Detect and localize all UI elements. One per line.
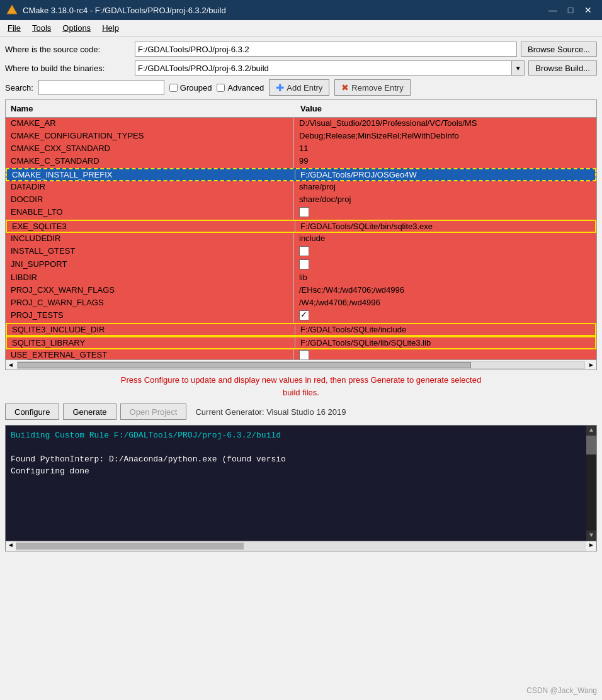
table-row[interactable]: CMAKE_C_STANDARD99 [6,155,596,168]
table-row[interactable]: CMAKE_INSTALL_PREFIXF:/GDALTools/PROJ/OS… [6,168,596,181]
menu-help[interactable]: Help [97,21,124,35]
table-cell-value: 11 [294,143,596,155]
table-cell-value: F:/GDALTools/SQLite/bin/sqlite3.exe [295,221,595,232]
name-column-header: Name [6,103,295,115]
table-scroll-area[interactable]: CMAKE_ARD:/Visual_Studio/2019/Profession… [6,118,596,359]
output-panel: Building Custom Rule F:/GDALTools/PROJ/p… [5,425,597,541]
menu-tools[interactable]: Tools [27,21,56,35]
table-row[interactable]: USE_EXTERNAL_GTEST [6,349,596,359]
table-cell-name: PROJ_C_WARN_FLAGS [6,297,294,310]
table-cell-value: D:/Visual_Studio/2019/Professional/VC/To… [294,118,596,130]
table-row[interactable]: SQLITE3_LIBRARYF:/GDALTools/SQLite/lib/S… [6,336,596,349]
table-checkbox[interactable] [299,350,309,359]
table-row[interactable]: DOCDIRshare/doc/proj [6,194,596,206]
minimize-button[interactable]: — [545,4,560,16]
table-cell-name: CMAKE_CONFIGURATION_TYPES [6,130,294,143]
table-checkbox[interactable] [299,259,309,269]
table-cell-name: JNI_SUPPORT [6,259,294,272]
output-vertical-scrollbar[interactable]: ▲ ▼ [586,426,596,541]
table-cell-name: PROJ_TESTS [6,310,294,323]
output-horizontal-scrollbar[interactable]: ◄ ► [5,541,597,551]
window-title: CMake 3.18.0-rc4 - F:/GDALTools/PROJ/pro… [23,6,226,15]
output-line-1: Building Custom Rule F:/GDALTools/PROJ/p… [11,431,581,440]
maximize-button[interactable]: □ [563,4,578,16]
add-entry-button[interactable]: ✚ Add Entry [269,79,329,96]
table-row[interactable]: CMAKE_ARD:/Visual_Studio/2019/Profession… [6,118,596,130]
table-row[interactable]: CMAKE_CONFIGURATION_TYPESDebug;Release;M… [6,130,596,143]
table-row[interactable]: PROJ_C_WARN_FLAGS/W4;/wd4706;/wd4996 [6,297,596,310]
remove-entry-button[interactable]: ✖ Remove Entry [334,79,410,96]
advanced-checkbox[interactable] [217,84,225,92]
table-cell-value [294,349,596,359]
table-row[interactable]: LIBDIRlib [6,272,596,285]
table-cell-value: Debug;Release;MinSizeRel;RelWithDebInfo [294,130,596,143]
output-line-3: Found PythonInterp: D:/Anaconda/python.e… [11,454,581,464]
main-content: Where is the source code: Browse Source.… [0,37,602,556]
table-checkbox[interactable] [299,246,309,256]
table-cell-value: 99 [294,155,596,168]
table-row[interactable]: INCLUDEDIRinclude [6,233,596,246]
value-column-header: Value [295,103,596,115]
table-row[interactable]: JNI_SUPPORT [6,259,596,272]
open-project-button[interactable]: Open Project [120,404,187,420]
browse-source-button[interactable]: Browse Source... [521,42,597,57]
advanced-checkbox-label[interactable]: Advanced [217,83,264,93]
horizontal-scrollbar[interactable]: ◄ ► [6,359,596,370]
watermark: CSDN @Jack_Wang [526,686,597,695]
generate-button[interactable]: Generate [63,404,116,420]
table-cell-name: CMAKE_CXX_STANDARD [6,143,294,155]
vscroll-down-arrow[interactable]: ▼ [586,531,596,541]
build-input-container: ▼ [135,60,525,76]
table-cell-value [294,259,596,272]
table-row[interactable]: PROJ_TESTS [6,310,596,323]
grouped-checkbox[interactable] [169,84,178,92]
output-hscroll-right[interactable]: ► [586,541,596,551]
output-hscroll-track[interactable] [16,541,586,551]
hscroll-track[interactable] [17,361,585,369]
output-hscroll-left[interactable]: ◄ [6,541,16,551]
table-row[interactable]: DATADIRshare/proj [6,181,596,194]
source-input[interactable] [135,42,517,57]
table-cell-value: F:/GDALTools/SQLite/include [295,324,595,335]
menu-file[interactable]: File [3,21,26,35]
source-row: Where is the source code: Browse Source.… [5,42,597,57]
menu-options[interactable]: Options [57,21,96,35]
table-row[interactable]: PROJ_CXX_WARN_FLAGS/EHsc;/W4;/wd4706;/wd… [6,285,596,297]
search-input[interactable] [38,80,164,95]
build-dropdown-arrow[interactable]: ▼ [511,61,524,75]
hscroll-thumb[interactable] [18,362,471,368]
table-row[interactable]: EXE_SQLITE3F:/GDALTools/SQLite/bin/sqlit… [6,220,596,233]
source-label: Where is the source code: [5,45,131,54]
vscroll-track[interactable] [586,436,596,531]
hscroll-right-arrow[interactable]: ► [586,361,596,368]
table-checkbox[interactable] [299,207,309,217]
table-cell-value: F:/GDALTools/PROJ/OSGeo4W [295,169,595,180]
output-hscroll-thumb[interactable] [16,543,244,550]
table-cell-name: CMAKE_AR [6,118,294,130]
output-panel-container: Building Custom Rule F:/GDALTools/PROJ/p… [5,425,597,551]
table-cell-name: ENABLE_LTO [6,206,294,220]
configure-button[interactable]: Configure [5,404,59,420]
output-line-4: Configuring done [11,466,581,476]
output-line-2 [11,443,581,452]
close-button[interactable]: ✕ [581,4,596,16]
browse-build-button[interactable]: Browse Build... [528,60,597,76]
table-row[interactable]: CMAKE_CXX_STANDARD11 [6,143,596,155]
table-cell-name: DATADIR [6,181,294,194]
vscroll-thumb[interactable] [586,436,596,454]
svg-marker-0 [7,5,17,14]
build-row: Where to build the binaries: ▼ Browse Bu… [5,60,597,76]
hscroll-left-arrow[interactable]: ◄ [6,361,16,368]
table-cell-value [294,246,596,259]
table-row[interactable]: SQLITE3_INCLUDE_DIRF:/GDALTools/SQLite/i… [6,323,596,336]
table-row[interactable]: ENABLE_LTO [6,206,596,220]
table-checkbox-checked[interactable] [299,310,309,320]
title-buttons: — □ ✕ [545,4,596,16]
table-cell-name: SQLITE3_INCLUDE_DIR [7,324,295,335]
vscroll-up-arrow[interactable]: ▲ [586,426,596,436]
table-header: Name Value [6,100,596,118]
table-row[interactable]: INSTALL_GTEST [6,246,596,259]
grouped-checkbox-label[interactable]: Grouped [169,83,212,93]
search-label: Search: [5,83,33,93]
build-input[interactable] [135,61,511,75]
